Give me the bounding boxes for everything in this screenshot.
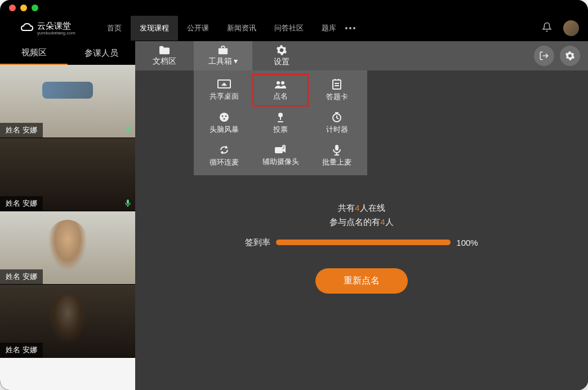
svg-rect-2 [127,200,129,204]
nav-bank[interactable]: 题库 [313,16,345,41]
svg-point-14 [220,113,229,122]
people-icon [274,79,287,90]
nav-qa[interactable]: 问答社区 [265,16,313,41]
camera-icon [274,145,287,155]
svg-rect-4 [219,48,228,54]
svg-point-15 [222,115,224,117]
brand-logo[interactable]: 云朵课堂 yunduoketang.com [20,21,75,36]
svg-point-16 [225,115,227,117]
nav-discover[interactable]: 发现课程 [131,16,178,41]
face-placeholder [45,220,90,276]
dd-answer-card[interactable]: 答题卡 [309,74,365,107]
dd-batch-mic[interactable]: 批量上麦 [309,139,365,172]
mic-icon [123,125,133,135]
participant-name: 姓名 安娜 [0,269,43,284]
avatar[interactable] [563,20,579,36]
brain-icon [219,112,230,123]
progress-row: 签到率 100% [245,237,478,248]
participant-name: 姓名 安娜 [0,196,43,211]
video-tile-0[interactable]: 姓名 安娜 [0,65,135,138]
face-placeholder [42,82,93,99]
folder-icon [158,45,171,55]
tab-toolbox[interactable]: 工具箱 ▾ [194,41,252,70]
bell-icon[interactable] [542,22,552,34]
svg-rect-9 [333,80,341,89]
svg-rect-0 [127,126,129,131]
attend-stat: 参与点名的有4人 [329,217,393,228]
dd-brainstorm[interactable]: 头脑风暴 [196,107,252,139]
mac-titlebar [0,0,588,16]
svg-rect-20 [275,147,283,153]
vote-icon [275,112,286,123]
online-stat: 共有4人在线 [338,203,385,214]
timer-icon [331,112,342,123]
dd-loop-mic[interactable]: 循环连麦 [196,139,252,172]
main-toolbar: 文档区 工具箱 ▾ 设置 [135,41,588,70]
nav-news[interactable]: 新闻资讯 [218,16,265,41]
video-tile-blank [0,358,135,390]
participant-name: 姓名 安娜 [0,123,43,138]
dd-aux-camera[interactable]: 辅助摄像头 [252,139,309,172]
tab-participants[interactable]: 参课人员 [68,41,135,65]
svg-point-8 [281,81,284,85]
tab-video-area[interactable]: 视频区 [0,41,68,65]
video-sidebar: 视频区 参课人员 姓名 安娜 姓名 安娜 姓名 安娜 [0,41,135,390]
exit-button[interactable] [534,46,554,66]
face-placeholder [45,293,90,349]
nav-public[interactable]: 公开课 [178,16,218,41]
card-icon [331,79,342,90]
brand-sub: yunduoketang.com [37,30,75,36]
batch-mic-icon [332,144,342,156]
svg-point-17 [224,118,225,119]
maximize-dot[interactable] [32,5,38,11]
progress-bar [276,240,451,245]
minimize-dot[interactable] [20,5,27,11]
tab-docs[interactable]: 文档区 [135,41,194,70]
gear-icon [565,51,575,61]
loop-mic-icon [219,144,230,156]
caret-down-icon: ▾ [234,56,238,65]
rate-pct: 100% [456,238,478,247]
gear-icon [276,45,287,56]
svg-rect-24 [335,145,338,150]
nav-home[interactable]: 首页 [98,16,131,41]
close-dot[interactable] [9,5,16,11]
dd-vote[interactable]: 投票 [252,107,309,139]
dd-rollcall[interactable]: 点名 [252,74,309,107]
dd-share-screen[interactable]: 共享桌面 [196,74,252,107]
mic-icon [123,198,133,209]
dd-timer[interactable]: 计时器 [309,107,365,139]
top-nav: 云朵课堂 yunduoketang.com 首页 发现课程 公开课 新闻资讯 问… [0,16,588,41]
svg-point-7 [277,81,280,85]
rate-label: 签到率 [245,237,270,248]
toolbox-dropdown: 共享桌面 点名 答题卡 头脑风暴 投票 [194,70,367,175]
video-tile-2[interactable]: 姓名 安娜 [0,211,135,285]
exit-icon [539,51,549,61]
cloud-icon [20,23,34,34]
share-screen-icon [217,79,231,90]
main-area: 文档区 工具箱 ▾ 设置 [135,41,588,390]
briefcase-icon [217,45,229,55]
app-window: 云朵课堂 yunduoketang.com 首页 发现课程 公开课 新闻资讯 问… [0,0,588,390]
video-tile-3[interactable]: 姓名 安娜 [0,285,135,358]
video-tile-1[interactable]: 姓名 安娜 [0,138,135,211]
rerollcall-button[interactable]: 重新点名 [315,268,408,294]
nav-more[interactable]: ••• [345,24,357,33]
tab-settings[interactable]: 设置 [252,41,311,70]
video-list: 姓名 安娜 姓名 安娜 姓名 安娜 姓名 安娜 [0,65,135,390]
settings-button[interactable] [560,46,580,66]
participant-name: 姓名 安娜 [0,343,43,357]
